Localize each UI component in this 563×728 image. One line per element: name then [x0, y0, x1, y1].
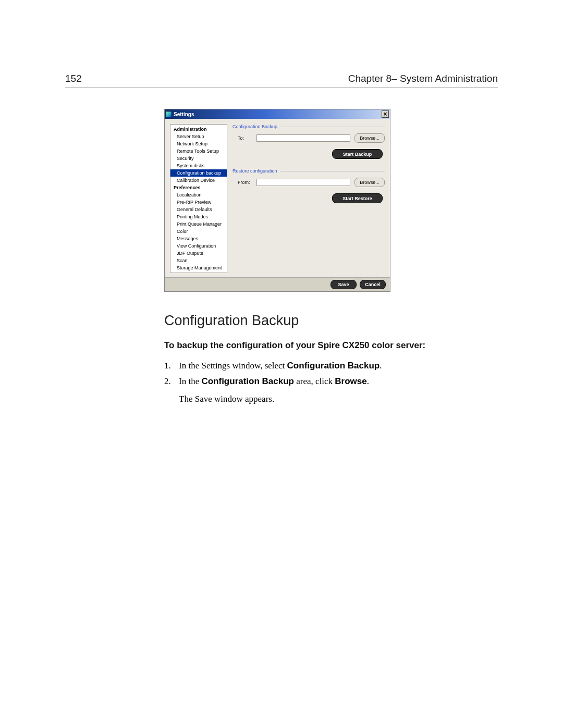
backup-browse-button[interactable]: Browse...	[354, 133, 385, 143]
step-text: .	[367, 376, 369, 386]
step-text: .	[380, 361, 382, 371]
step-number: 2.	[164, 374, 179, 407]
sidebar-item-calibration-device[interactable]: Calibration Device	[170, 177, 227, 184]
from-label: From:	[238, 180, 252, 185]
sidebar-header-administration: Administration	[170, 126, 227, 133]
step-1: 1. In the Settings window, select Config…	[164, 358, 498, 374]
section-heading: Configuration Backup	[164, 313, 498, 329]
step-bold: Configuration Backup	[201, 376, 294, 386]
cancel-button[interactable]: Cancel	[360, 280, 386, 289]
window-footer: Save Cancel	[165, 277, 390, 291]
divider	[280, 171, 385, 171]
sidebar-item-scan[interactable]: Scan	[170, 257, 227, 264]
step-list: 1. In the Settings window, select Config…	[164, 358, 498, 407]
sidebar-item-server-setup[interactable]: Server Setup	[170, 133, 227, 140]
sidebar-item-general-defaults[interactable]: General Defaults	[170, 206, 227, 213]
sidebar-item-messages[interactable]: Messages	[170, 235, 227, 242]
sidebar-item-configuration-backup[interactable]: Configuration backup	[170, 169, 227, 177]
sidebar-item-localization[interactable]: Localization	[170, 191, 227, 199]
step-continuation: The Save window appears.	[179, 391, 498, 407]
sidebar-header-preferences: Preferences	[170, 184, 227, 191]
settings-sidebar: Administration Server Setup Network Setu…	[170, 124, 227, 273]
step-bold: Browse	[335, 376, 366, 386]
page-header: 152 Chapter 8– System Administration	[65, 73, 498, 88]
restore-configuration-section: Restore configuration From: Browse... St…	[232, 168, 385, 203]
step-2: 2. In the Configuration Backup area, cli…	[164, 374, 498, 407]
sidebar-item-system-disks[interactable]: System disks	[170, 162, 227, 169]
settings-window: Settings Administration Server Setup Net…	[164, 109, 390, 292]
restore-browse-button[interactable]: Browse...	[354, 178, 385, 187]
start-backup-button[interactable]: Start Backup	[332, 149, 383, 159]
app-icon	[166, 111, 172, 117]
close-icon[interactable]	[382, 110, 389, 118]
sidebar-item-security[interactable]: Security	[170, 155, 227, 162]
restore-configuration-title: Restore configuration	[232, 168, 277, 174]
titlebar: Settings	[165, 109, 390, 119]
chapter-title: Chapter 8– System Administration	[348, 73, 498, 84]
sidebar-item-view-configuration[interactable]: View Configuration	[170, 242, 227, 250]
step-text: area, click	[294, 376, 335, 386]
sidebar-item-printing-modes[interactable]: Printing Modes	[170, 213, 227, 220]
sidebar-item-color[interactable]: Color	[170, 228, 227, 235]
window-title: Settings	[174, 112, 194, 117]
backup-to-input[interactable]	[256, 134, 350, 142]
sub-heading: To backup the configuration of your Spir…	[164, 340, 498, 351]
sidebar-item-pre-rip-preview[interactable]: Pre-RIP Preview	[170, 199, 227, 206]
save-button[interactable]: Save	[331, 280, 357, 289]
step-text: In the	[179, 376, 201, 386]
step-text: In the Settings window, select	[179, 361, 287, 371]
step-bold: Configuration Backup	[287, 361, 380, 371]
sidebar-item-print-queue-manager[interactable]: Print Queue Manager	[170, 220, 227, 228]
start-restore-button[interactable]: Start Restore	[332, 193, 383, 203]
sidebar-item-jdf-outputs[interactable]: JDF Outputs	[170, 250, 227, 257]
configuration-backup-section: Configuration Backup To: Browse... Start…	[232, 124, 385, 159]
sidebar-item-network-setup[interactable]: Network Setup	[170, 140, 227, 147]
restore-from-input[interactable]	[256, 179, 350, 186]
sidebar-item-remote-tools-setup[interactable]: Remote Tools Setup	[170, 147, 227, 155]
sidebar-item-storage-management[interactable]: Storage Management	[170, 264, 227, 272]
configuration-backup-title: Configuration Backup	[232, 124, 277, 129]
divider	[280, 127, 385, 127]
step-number: 1.	[164, 358, 179, 374]
page-number: 152	[65, 73, 82, 84]
to-label: To:	[238, 135, 252, 141]
